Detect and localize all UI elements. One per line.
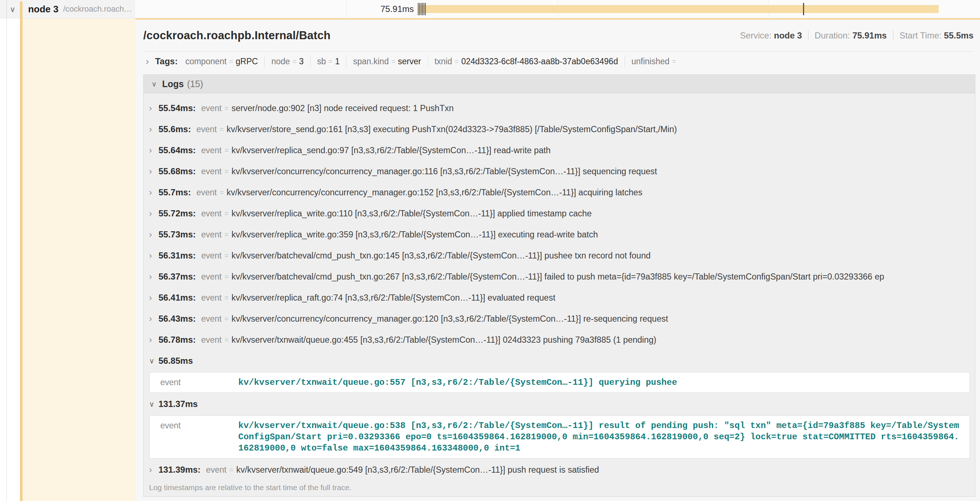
- span-duration-bar[interactable]: [418, 5, 939, 13]
- log-field-value[interactable]: kv/kvserver/txnwait/queue.go:538 [n3,s3,…: [238, 420, 969, 454]
- chevron-down-icon[interactable]: ∨: [149, 400, 159, 408]
- chevron-right-icon[interactable]: ›: [149, 146, 159, 155]
- chevron-right-icon[interactable]: ›: [149, 167, 159, 176]
- span-row[interactable]: ∨ node 3 /cockroach.roach… 75.91ms: [0, 0, 980, 18]
- log-marker-tick: [421, 3, 422, 15]
- log-timestamp: 55.68ms:: [159, 166, 196, 176]
- overview-stat-value: node 3: [774, 30, 802, 40]
- tag-separator: [310, 56, 310, 67]
- tag-key: span.kind: [353, 57, 388, 67]
- equals-sign: =: [224, 146, 229, 154]
- tags-label: Tags:: [155, 56, 178, 67]
- log-field-key: event: [201, 167, 222, 176]
- log-row-expanded-header[interactable]: ∨131.37ms: [149, 394, 970, 415]
- equals-sign: =: [224, 336, 229, 344]
- equals-sign: =: [224, 168, 229, 176]
- log-field-row: eventkv/kvserver/txnwait/queue.go:557 [n…: [150, 377, 969, 388]
- chevron-down-icon[interactable]: ∨: [152, 81, 157, 88]
- log-timestamp: 56.78ms:: [159, 335, 196, 345]
- log-message: kv/kvserver/txnwait/queue.go:455 [n3,s3,…: [231, 335, 656, 345]
- chevron-down-icon[interactable]: ∨: [149, 357, 159, 364]
- tag-item[interactable]: sb=1: [317, 57, 339, 67]
- log-field-key: event: [206, 465, 226, 475]
- log-timestamp: 131.37ms: [159, 399, 198, 409]
- equals-sign: =: [229, 57, 233, 65]
- tag-value: gRPC: [236, 57, 258, 67]
- chevron-right-icon[interactable]: ›: [149, 466, 159, 474]
- equals-sign: =: [672, 57, 676, 65]
- log-message: kv/kvserver/replica_write.go:359 [n3,s3,…: [231, 230, 598, 239]
- chevron-right-icon[interactable]: ›: [149, 209, 159, 218]
- logs-accordion: ∨ Logs (15) ›55.54ms:event=server/node.g…: [143, 74, 975, 497]
- log-field-key: event: [196, 124, 216, 134]
- log-row[interactable]: ›55.54ms:event=server/node.go:902 [n3] n…: [149, 98, 970, 119]
- chevron-right-icon[interactable]: ›: [149, 294, 159, 302]
- log-row[interactable]: ›56.31ms:event=kv/kvserver/batcheval/cmd…: [149, 245, 970, 266]
- span-detail-row: /cockroach.roachpb.Internal/Batch Servic…: [0, 18, 980, 501]
- equals-sign: =: [229, 466, 233, 474]
- log-row[interactable]: ›55.6ms:event=kv/kvserver/store_send.go:…: [149, 119, 970, 140]
- log-row-expanded-header[interactable]: ∨56.85ms: [149, 350, 970, 372]
- log-message: kv/kvserver/txnwait/queue.go:549 [n3,s3,…: [236, 465, 599, 475]
- log-timestamp: 55.54ms:: [159, 103, 196, 113]
- equals-sign: =: [292, 57, 296, 65]
- overview-stat-value: 75.91ms: [852, 30, 887, 40]
- trace-span-detail-view: ∨ node 3 /cockroach.roach… 75.91ms /cock…: [0, 0, 980, 501]
- log-row[interactable]: ›56.37ms:event=kv/kvserver/batcheval/cmd…: [149, 266, 970, 287]
- chevron-right-icon[interactable]: ›: [149, 314, 159, 323]
- log-message: kv/kvserver/concurrency/concurrency_mana…: [231, 167, 657, 176]
- log-timestamp: 56.43ms:: [159, 314, 196, 324]
- log-field-key: event: [150, 420, 238, 431]
- log-row[interactable]: ›131.39ms:event=kv/kvserver/txnwait/queu…: [149, 459, 970, 480]
- log-field-key: event: [201, 335, 222, 345]
- chevron-right-icon[interactable]: ›: [149, 104, 159, 113]
- log-row[interactable]: ›56.43ms:event=kv/kvserver/concurrency/c…: [149, 308, 970, 329]
- span-overview-stats: Service: node 3Duration: 75.91msStart Ti…: [740, 30, 974, 41]
- tag-item[interactable]: unfinished=: [632, 57, 679, 67]
- chevron-right-icon[interactable]: ›: [149, 335, 159, 344]
- log-row[interactable]: ›55.68ms:event=kv/kvserver/concurrency/c…: [149, 161, 970, 182]
- chevron-right-icon[interactable]: ›: [149, 188, 159, 197]
- log-row[interactable]: ›55.73ms:event=kv/kvserver/replica_write…: [149, 224, 970, 245]
- chevron-right-icon[interactable]: ›: [149, 272, 159, 281]
- tag-value: 3: [299, 57, 304, 67]
- log-field-key: event: [201, 293, 222, 303]
- equals-sign: =: [329, 57, 332, 65]
- tag-item[interactable]: txnid=024d3323-6c8f-4863-aa8b-37ab0e6349…: [434, 57, 618, 67]
- span-timeline[interactable]: 75.91ms: [135, 0, 980, 18]
- tag-item[interactable]: component=gRPC: [185, 57, 258, 67]
- tag-key: txnid: [434, 57, 452, 67]
- collapse-children-chevron-icon[interactable]: ∨: [10, 5, 15, 13]
- tag-value: 024d3323-6c8f-4863-aa8b-37ab0e63496d: [461, 57, 618, 67]
- tag-key: unfinished: [632, 57, 670, 67]
- tag-value: 1: [335, 57, 340, 67]
- log-marker-tick: [422, 3, 423, 15]
- tag-separator: [625, 56, 625, 67]
- tag-item[interactable]: span.kind=server: [353, 57, 421, 67]
- log-field-key: event: [201, 230, 222, 239]
- log-message: kv/kvserver/concurrency/concurrency_mana…: [227, 188, 642, 198]
- tags-accordion[interactable]: › Tags: component=gRPCnode=3sb=1span.kin…: [146, 51, 980, 71]
- log-field-key: event: [201, 209, 222, 219]
- log-row[interactable]: ›56.41ms:event=kv/kvserver/replica_raft.…: [149, 287, 970, 308]
- tag-key: node: [271, 57, 290, 67]
- log-row[interactable]: ›55.7ms:event=kv/kvserver/concurrency/co…: [149, 182, 970, 203]
- overview-stat: Duration: 75.91ms: [815, 30, 887, 41]
- log-field-value[interactable]: kv/kvserver/txnwait/queue.go:557 [n3,s3,…: [238, 377, 969, 388]
- tree-guide-line: [6, 0, 7, 501]
- chevron-right-icon[interactable]: ›: [149, 125, 159, 134]
- log-marker-tick: [418, 3, 418, 15]
- tag-item[interactable]: node=3: [271, 57, 304, 67]
- log-message: server/node.go:902 [n3] node received re…: [231, 104, 454, 113]
- logs-header[interactable]: ∨ Logs (15): [144, 75, 975, 93]
- chevron-right-icon[interactable]: ›: [146, 57, 149, 66]
- log-marker-tick: [424, 3, 424, 15]
- chevron-right-icon[interactable]: ›: [149, 251, 159, 260]
- log-field-key: event: [150, 377, 238, 388]
- chevron-right-icon[interactable]: ›: [149, 230, 159, 239]
- log-row[interactable]: ›55.72ms:event=kv/kvserver/replica_write…: [149, 203, 970, 224]
- log-row[interactable]: ›55.64ms:event=kv/kvserver/replica_send.…: [149, 140, 970, 161]
- log-timestamp: 55.72ms:: [159, 208, 196, 219]
- field-separator: [808, 30, 808, 41]
- log-row[interactable]: ›56.78ms:event=kv/kvserver/txnwait/queue…: [149, 329, 970, 350]
